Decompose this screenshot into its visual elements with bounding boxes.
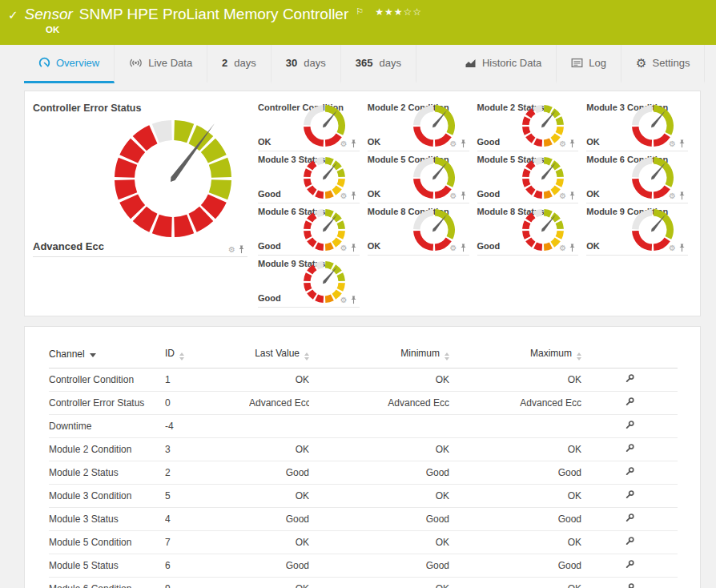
gauge-cell-controller-error-status[interactable]: Controller Error Status Advanced Ecc ⚙ [33,99,247,257]
gear-icon[interactable]: ⚙ [340,140,348,148]
star-filled-icon[interactable]: ★ [394,6,404,18]
gauge-cell-module-8-status[interactable]: Module 8 Status Good ⚙ [477,203,579,256]
tab-live-data[interactable]: Live Data [115,45,207,83]
cell-icons: ⚙ [228,245,245,254]
wrench-icon[interactable] [625,489,635,500]
pin-icon[interactable] [350,191,357,200]
live-icon [129,58,143,68]
tab-365-days[interactable]: 365days [341,45,416,83]
wrench-icon[interactable] [625,466,635,477]
wrench-icon[interactable] [625,443,635,453]
flag-icon[interactable]: ⚐ [356,6,364,17]
last-value: Good [249,554,309,578]
wrench-icon[interactable] [625,513,635,523]
wrench-icon[interactable] [625,536,635,546]
last-value [249,415,309,438]
gear-icon[interactable]: ⚙ [669,192,676,200]
wrench-icon[interactable] [625,397,635,407]
pin-icon[interactable] [678,244,686,252]
column-header-minimum[interactable]: Minimum [309,348,449,369]
gauge-cell-module-5-condition[interactable]: Module 5 Condition OK ⚙ [368,151,469,203]
column-header-channel[interactable]: Channel [49,348,165,369]
tab-30-days[interactable]: 30days [272,45,341,83]
gauge-cell-module-2-condition[interactable]: Module 2 Condition OK ⚙ [368,99,469,151]
tab-2-days[interactable]: 2days [207,45,272,83]
pin-icon[interactable] [460,244,467,252]
cell-icons: ⚙ [340,139,357,148]
gauge-cell-controller-condition[interactable]: Controller Condition OK ⚙ [258,99,360,151]
pin-icon[interactable] [460,139,467,148]
tab-settings[interactable]: ⚙Settings [621,45,705,83]
gauge-cell-module-2-status[interactable]: Module 2 Status Good ⚙ [477,99,579,151]
pin-icon[interactable] [678,139,686,148]
tab-number: 365 [356,57,373,69]
column-header-maximum[interactable]: Maximum [449,348,581,369]
pin-icon[interactable] [569,244,576,252]
gauge-cell-module-5-status[interactable]: Module 5 Status Good ⚙ [477,151,579,203]
priority-stars[interactable]: ★★★☆☆ [375,6,422,18]
wrench-icon[interactable] [625,373,635,384]
channel-settings-cell [581,438,678,461]
wrench-icon[interactable] [625,420,635,430]
channel-name: Module 5 Condition [49,531,165,554]
sort-icon [577,352,581,360]
gauge-value: OK [586,189,600,199]
table-row-downtime: Downtime-4 [49,415,678,438]
maximum-value: OK [449,438,581,461]
table-row-controller-condition: Controller Condition1OKOKOK [49,369,678,392]
pin-icon[interactable] [350,296,357,304]
wrench-icon[interactable] [625,582,635,588]
gear-icon[interactable]: ⚙ [228,246,235,254]
gear-icon[interactable]: ⚙ [450,140,457,148]
pin-icon[interactable] [350,139,357,148]
star-empty-icon[interactable]: ☆ [412,6,422,18]
pin-icon[interactable] [238,245,245,254]
pin-icon[interactable] [460,191,467,200]
gear-icon[interactable]: ⚙ [559,140,566,148]
channel-id: 0 [165,392,249,415]
tab-historic-data[interactable]: Historic Data [450,45,557,83]
gauge-value: Advanced Ecc [33,240,104,252]
column-header-id[interactable]: ID [165,348,249,369]
channel-settings-cell [581,485,678,508]
gear-icon[interactable]: ⚙ [450,192,457,200]
gauge-cell-module-6-status[interactable]: Module 6 Status Good ⚙ [258,203,360,256]
gauge-cell-module-9-condition[interactable]: Module 9 Condition OK ⚙ [586,203,688,256]
gear-icon[interactable]: ⚙ [340,296,348,304]
gear-icon[interactable]: ⚙ [559,244,566,252]
gauge-cell-module-9-status[interactable]: Module 9 Status Good ⚙ [258,256,360,308]
pin-icon[interactable] [350,244,357,252]
gear-icon[interactable]: ⚙ [450,244,457,252]
cell-icons: ⚙ [669,139,686,148]
table-row-module-3-condition: Module 3 Condition5OKOKOK [49,485,678,508]
cell-icons: ⚙ [669,244,686,252]
gauge-value: OK [368,189,381,199]
gear-icon[interactable]: ⚙ [669,244,676,252]
sensor-header: ✓ Sensor SNMP HPE ProLiant Memory Contro… [0,0,716,45]
star-filled-icon[interactable]: ★ [384,6,394,18]
wrench-icon[interactable] [625,559,635,570]
star-filled-icon[interactable]: ★ [375,6,384,18]
maximum-value: OK [449,531,581,554]
object-type-label: Sensor [25,6,73,23]
gear-icon[interactable]: ⚙ [559,192,566,200]
gear-icon[interactable]: ⚙ [340,244,348,252]
minimum-value: OK [309,578,449,588]
pin-icon[interactable] [569,139,576,148]
channel-settings-cell [581,554,678,578]
tab-overview[interactable]: Overview [24,45,115,83]
pin-icon[interactable] [678,191,686,200]
star-empty-icon[interactable]: ☆ [403,6,412,18]
channel-id: 4 [165,508,249,531]
gauge-cell-module-3-status[interactable]: Module 3 Status Good ⚙ [258,151,360,203]
gauge-cell-module-6-condition[interactable]: Module 6 Condition OK ⚙ [586,151,688,203]
minimum-value: OK [309,485,449,508]
gear-icon[interactable]: ⚙ [669,140,676,148]
column-header-last-value[interactable]: Last Value [249,348,309,369]
gear-icon[interactable]: ⚙ [340,192,348,200]
gauge-cell-module-8-condition[interactable]: Module 8 Condition OK ⚙ [368,203,469,256]
pin-icon[interactable] [569,191,576,200]
gauge-value: Good [477,137,501,147]
gauge-cell-module-3-condition[interactable]: Module 3 Condition OK ⚙ [586,99,688,151]
tab-log[interactable]: Log [557,45,621,83]
